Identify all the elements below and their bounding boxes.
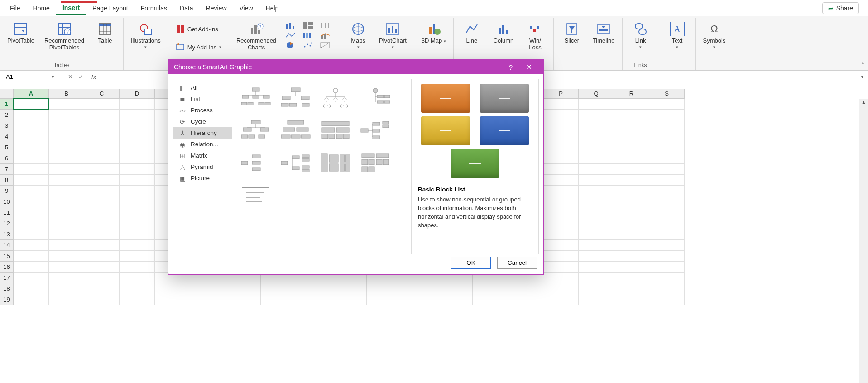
stock-chart-button[interactable]	[320, 22, 331, 29]
cell[interactable]	[225, 294, 261, 305]
cell[interactable]	[49, 207, 84, 218]
row-header-4[interactable]: 4	[0, 131, 14, 142]
row-header-3[interactable]: 3	[0, 120, 14, 131]
cell[interactable]	[649, 153, 685, 164]
cell[interactable]	[120, 120, 155, 131]
cell[interactable]	[84, 110, 120, 120]
row-header-15[interactable]: 15	[0, 251, 14, 262]
cell[interactable]	[14, 164, 49, 175]
cell[interactable]	[649, 294, 685, 305]
cell[interactable]	[614, 131, 649, 142]
cell[interactable]	[579, 207, 614, 218]
cell[interactable]	[649, 196, 685, 207]
row-header-12[interactable]: 12	[0, 218, 14, 229]
cat-cycle[interactable]: ⟳Cycle	[173, 116, 232, 127]
cell[interactable]	[296, 283, 331, 294]
cell[interactable]	[120, 99, 155, 110]
cell[interactable]	[49, 153, 84, 164]
cell[interactable]	[120, 196, 155, 207]
dialog-close-button[interactable]: ✕	[520, 63, 538, 71]
illustrations-button[interactable]: Illustrations ▾	[128, 20, 163, 51]
cell[interactable]	[649, 164, 685, 175]
pivottable-button[interactable]: PivotTable	[5, 20, 37, 46]
cell[interactable]	[508, 283, 543, 294]
cell[interactable]	[84, 175, 120, 186]
cell[interactable]	[49, 283, 84, 294]
col-header-D[interactable]: D	[120, 89, 155, 99]
cell[interactable]	[120, 131, 155, 142]
cell[interactable]	[649, 262, 685, 273]
cat-picture[interactable]: ▣Picture	[173, 172, 232, 184]
cell[interactable]	[49, 262, 84, 273]
cell[interactable]	[402, 294, 437, 305]
recommended-charts-button[interactable]: ? Recommended Charts	[234, 20, 279, 53]
column-chart-button[interactable]	[302, 32, 313, 39]
cat-pyramid[interactable]: △Pyramid	[173, 161, 232, 172]
cell[interactable]	[49, 218, 84, 229]
more-charts-button[interactable]	[320, 42, 331, 49]
cell[interactable]	[579, 142, 614, 153]
cell[interactable]	[508, 294, 543, 305]
cell[interactable]	[49, 294, 84, 305]
collapse-ribbon-button[interactable]: ˄	[861, 62, 864, 69]
cell[interactable]	[14, 142, 49, 153]
cell[interactable]	[120, 164, 155, 175]
cell[interactable]	[649, 207, 685, 218]
cell[interactable]	[579, 131, 614, 142]
row-header-18[interactable]: 18	[0, 283, 14, 294]
cell[interactable]	[579, 120, 614, 131]
cell[interactable]	[296, 294, 331, 305]
row-header-17[interactable]: 17	[0, 273, 14, 283]
cell[interactable]	[614, 240, 649, 251]
cell[interactable]	[579, 164, 614, 175]
cell[interactable]	[614, 262, 649, 273]
cell[interactable]	[614, 251, 649, 262]
layout-hierarchy[interactable]	[238, 117, 274, 144]
cancel-formula-icon[interactable]: ✕	[68, 73, 73, 80]
cell[interactable]	[649, 99, 685, 110]
layout-horizontal-labeled[interactable]	[317, 150, 354, 177]
cell[interactable]	[579, 251, 614, 262]
cell[interactable]	[49, 251, 84, 262]
cell[interactable]	[614, 186, 649, 196]
cat-process[interactable]: ›››Process	[173, 105, 232, 116]
cell[interactable]	[120, 251, 155, 262]
cell[interactable]	[49, 240, 84, 251]
cell[interactable]	[614, 99, 649, 110]
sparkline-line-button[interactable]: Line	[458, 20, 485, 46]
pivotchart-button[interactable]: PivotChart ▾	[376, 20, 409, 51]
maps-button[interactable]: Maps ▾	[345, 20, 372, 51]
cell[interactable]	[49, 164, 84, 175]
cell[interactable]	[155, 294, 190, 305]
cell[interactable]	[579, 99, 614, 110]
cell[interactable]	[14, 251, 49, 262]
cell[interactable]	[120, 283, 155, 294]
menu-page-layout[interactable]: Page Layout	[86, 2, 134, 14]
layout-hierarchy-list[interactable]	[357, 150, 393, 177]
cell[interactable]	[437, 283, 473, 294]
row-header-7[interactable]: 7	[0, 164, 14, 175]
vertical-scrollbar[interactable]: ▲	[859, 99, 868, 383]
cell[interactable]	[402, 283, 437, 294]
cell[interactable]	[543, 142, 579, 153]
cat-all[interactable]: ▦All	[173, 82, 232, 93]
cell[interactable]	[543, 164, 579, 175]
cell[interactable]	[543, 229, 579, 240]
cell[interactable]	[49, 229, 84, 240]
cell[interactable]	[49, 131, 84, 142]
row-header-5[interactable]: 5	[0, 142, 14, 153]
accept-formula-icon[interactable]: ✓	[78, 73, 83, 80]
line-chart-button[interactable]	[285, 32, 296, 39]
cell[interactable]	[120, 153, 155, 164]
treemap-chart-button[interactable]	[302, 22, 313, 29]
cell[interactable]	[14, 262, 49, 273]
cell[interactable]	[14, 120, 49, 131]
cell[interactable]	[84, 218, 120, 229]
cell[interactable]	[14, 273, 49, 283]
menu-file[interactable]: File	[4, 2, 27, 14]
expand-formula-bar-button[interactable]: ▾	[861, 74, 863, 79]
fx-icon[interactable]: fx	[91, 73, 96, 80]
cell[interactable]	[14, 240, 49, 251]
scatter-chart-button[interactable]	[302, 42, 313, 49]
cell[interactable]	[84, 262, 120, 273]
